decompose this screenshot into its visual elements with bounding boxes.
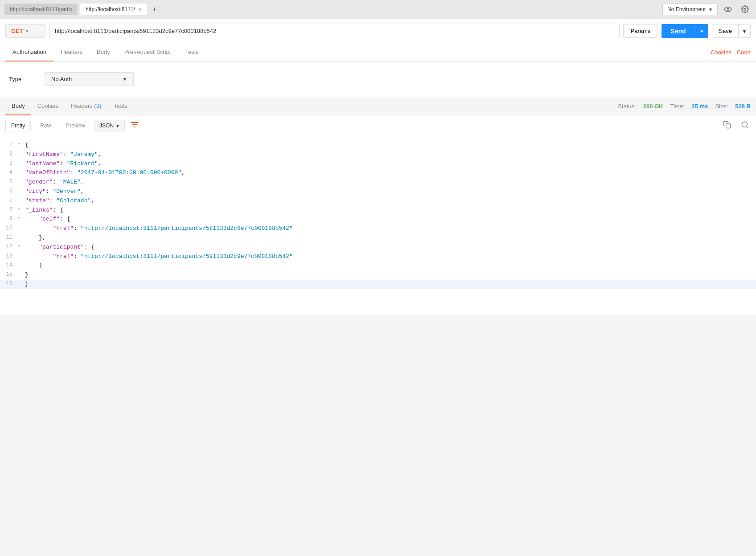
auth-type-select[interactable]: No Auth ▼	[45, 72, 134, 86]
resp-tab-tests[interactable]: Tests	[107, 97, 133, 115]
resp-tab-headers[interactable]: Headers (3)	[65, 97, 108, 115]
environment-select[interactable]: No Environment ▼	[662, 4, 718, 15]
auth-type-label: Type	[9, 76, 36, 82]
method-select[interactable]: GET ▼	[5, 24, 45, 38]
time-label: Time:	[670, 103, 684, 110]
pretty-button[interactable]: Pretty	[5, 120, 31, 131]
save-dropdown-button[interactable]: ▼	[739, 24, 751, 38]
method-label: GET	[11, 28, 23, 34]
resp-tab-cookies[interactable]: Cookies	[31, 97, 65, 115]
status-label: Status:	[618, 103, 636, 110]
auth-type-value: No Auth	[51, 76, 72, 82]
raw-button[interactable]: Raw	[34, 120, 57, 131]
add-tab-button[interactable]: +	[150, 4, 159, 14]
toggle-12[interactable]: ▾	[18, 243, 25, 250]
close-tab-icon[interactable]: ✕	[138, 7, 142, 12]
response-tabs-bar: Body Cookies Headers (3) Tests Status: 2…	[0, 97, 756, 115]
inactive-tab[interactable]: http://localhost:8111/partic	[4, 4, 78, 15]
json-chevron-icon: ▼	[115, 123, 120, 128]
response-body: 1 ▾ { 2 "firstName": "Jeremy", 3 "lastNa…	[0, 136, 756, 315]
size-label: Size:	[715, 103, 728, 110]
url-input[interactable]	[49, 24, 620, 38]
status-value: 200 OK	[643, 103, 663, 110]
tab-prerequest[interactable]: Pre-request Script	[117, 43, 178, 61]
copy-icon[interactable]	[721, 119, 733, 132]
svg-point-1	[727, 8, 729, 11]
code-line-8: 8 ▾ "_links": {	[0, 206, 756, 215]
format-bar: Pretty Raw Preview JSON ▼	[0, 115, 756, 136]
code-line-14: 14 }	[0, 261, 756, 270]
request-tabs: Authorization Headers Body Pre-request S…	[0, 43, 756, 61]
auth-chevron-icon: ▼	[123, 77, 127, 82]
code-line-5: 5 "gender": "MALE",	[0, 178, 756, 187]
method-chevron-icon: ▼	[25, 29, 29, 33]
code-line-2: 2 "firstName": "Jeremy",	[0, 150, 756, 159]
code-line-12: 12 ▾ "participant": {	[0, 243, 756, 252]
auth-section: Type No Auth ▼	[0, 61, 756, 97]
code-line-1: 1 ▾ {	[0, 141, 756, 150]
svg-rect-6	[726, 124, 731, 128]
inactive-tab-url: http://localhost:8111/partic	[10, 6, 72, 12]
eye-icon[interactable]	[721, 3, 735, 16]
svg-line-8	[746, 126, 748, 127]
toggle-8[interactable]: ▾	[18, 206, 25, 213]
tab-authorization[interactable]: Authorization	[5, 43, 53, 61]
active-tab-url: http://localhost:8111/	[86, 6, 135, 12]
send-button[interactable]: Send	[662, 24, 694, 38]
code-line-10: 10 "href": "http://localhost:8111/partic…	[0, 224, 756, 233]
resp-tab-body[interactable]: Body	[5, 97, 31, 115]
code-line-9: 9 ▾ "self": {	[0, 215, 756, 224]
filter-icon[interactable]	[130, 121, 139, 131]
tab-tests[interactable]: Tests	[178, 43, 205, 61]
gear-icon[interactable]	[738, 3, 752, 16]
response-status: Status: 200 OK Time: 25 ms Size: 528 B	[618, 103, 751, 110]
send-dropdown-button[interactable]: ▼	[695, 24, 709, 38]
code-line-13: 13 "href": "http://localhost:8111/partic…	[0, 252, 756, 262]
params-button[interactable]: Params	[623, 24, 658, 38]
save-button[interactable]: Save	[712, 24, 739, 38]
toggle-9[interactable]: ▾	[18, 215, 25, 222]
code-line-16: 16 }	[0, 280, 756, 289]
chevron-down-icon: ▼	[708, 7, 713, 12]
code-line-6: 6 "city": "Denver",	[0, 187, 756, 196]
tab-body[interactable]: Body	[90, 43, 117, 61]
save-chevron-icon: ▼	[742, 29, 747, 34]
time-value: 25 ms	[692, 103, 708, 110]
svg-point-0	[725, 7, 731, 12]
search-icon[interactable]	[739, 119, 751, 132]
toggle-1[interactable]: ▾	[18, 141, 25, 148]
code-link[interactable]: Code	[737, 49, 751, 56]
tab-headers[interactable]: Headers	[53, 43, 90, 61]
environment-label: No Environment	[667, 6, 706, 12]
code-line-7: 7 "state": "Colorado",	[0, 196, 756, 206]
code-line-11: 11 },	[0, 233, 756, 243]
preview-button[interactable]: Preview	[60, 120, 91, 131]
size-value: 528 B	[735, 103, 751, 110]
svg-point-7	[742, 122, 747, 127]
code-line-4: 4 "dateOfBirth": "2017-01-01T00:00:00.00…	[0, 168, 756, 178]
json-label: JSON	[99, 123, 114, 129]
json-format-select[interactable]: JSON ▼	[94, 120, 125, 131]
code-line-15: 15 }	[0, 270, 756, 280]
active-tab[interactable]: http://localhost:8111/ ✕	[80, 4, 147, 15]
cookies-link[interactable]: Cookies	[711, 49, 731, 56]
send-chevron-icon: ▼	[700, 29, 704, 34]
code-line-3: 3 "lastName": "Rickard",	[0, 159, 756, 169]
svg-point-2	[744, 8, 746, 11]
